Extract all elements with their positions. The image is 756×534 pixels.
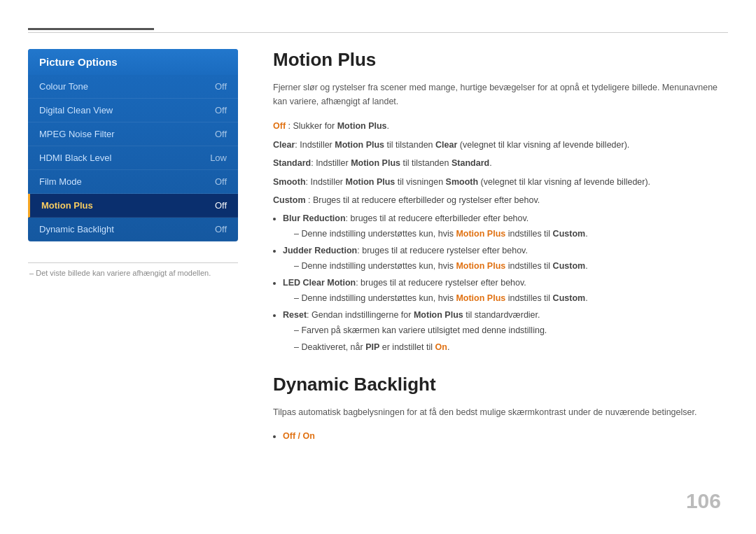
reset-sub-item2: Deaktiveret, når PIP er indstillet til O… xyxy=(294,340,721,354)
led-clear-motion-text: : bruges til at reducere rystelser efter… xyxy=(356,278,526,288)
sidebar-note: – Det viste billede kan variere afhængig… xyxy=(28,262,238,277)
bullet-blur-reduction: Blur Reduction: bruges til at reducere e… xyxy=(283,211,721,241)
motion-plus-intro: Fjerner slør og rystelser fra scener med… xyxy=(273,80,721,108)
led-custom: Custom xyxy=(553,293,586,303)
sidebar-item-colour-tone-label: Colour Tone xyxy=(39,81,88,92)
clear-end: (velegnet til klar visning af levende bi… xyxy=(457,140,629,150)
blur-reduction-sub-item: Denne indstilling understøttes kun, hvis… xyxy=(294,227,721,241)
sidebar: Picture Options Colour Tone Off Digital … xyxy=(28,49,238,277)
reset-pip: PIP xyxy=(365,342,379,352)
custom-label: Custom xyxy=(273,195,306,205)
blur-motion-plus: Motion Plus xyxy=(456,229,505,239)
reset-motion-plus: Motion Plus xyxy=(414,310,463,320)
led-motion-plus: Motion Plus xyxy=(456,293,505,303)
off-text: : Slukker for xyxy=(286,121,337,131)
clear-text2: til tilstanden xyxy=(384,140,435,150)
smooth-bold1: Motion Plus xyxy=(346,177,396,187)
sidebar-item-dynamic-backlight[interactable]: Dynamic Backlight Off xyxy=(28,218,238,241)
blur-custom: Custom xyxy=(553,229,586,239)
dynamic-backlight-intro: Tilpas automatisk bagbelysningen for at … xyxy=(273,405,721,419)
reset-on: On xyxy=(435,342,447,352)
judder-motion-plus: Motion Plus xyxy=(456,261,505,271)
clear-bold2: Clear xyxy=(435,140,457,150)
standard-bold1: Motion Plus xyxy=(351,158,400,168)
sidebar-item-digital-clean-view-label: Digital Clean View xyxy=(39,105,113,115)
off-end: . xyxy=(387,121,389,131)
blur-reduction-sub: Denne indstilling understøttes kun, hvis… xyxy=(294,227,721,241)
motion-plus-smooth-line: Smooth: Indstiller Motion Plus til visni… xyxy=(273,174,721,190)
sidebar-item-film-mode[interactable]: Film Mode Off xyxy=(28,170,238,194)
motion-plus-custom-line: Custom : Bruges til at reducere efterbil… xyxy=(273,192,721,209)
sidebar-item-mpeg-noise-filter-label: MPEG Noise Filter xyxy=(39,129,115,139)
sidebar-header: Picture Options xyxy=(28,49,238,75)
bullet-reset: Reset: Gendan indstillingerne for Motion… xyxy=(283,308,721,354)
standard-bold2: Standard xyxy=(451,158,489,168)
smooth-bold2: Smooth xyxy=(446,177,479,187)
motion-plus-section: Motion Plus Fjerner slør og rystelser fr… xyxy=(273,49,721,354)
dynamic-backlight-section: Dynamic Backlight Tilpas automatisk bagb… xyxy=(273,374,721,443)
top-line-light xyxy=(28,32,728,33)
off-label: Off xyxy=(273,121,286,131)
sidebar-item-hdmi-black-level-value: Low xyxy=(210,153,227,163)
blur-reduction-text: : bruges til at reducere efterbilleder e… xyxy=(346,213,529,223)
sidebar-item-dynamic-backlight-value: Off xyxy=(215,224,227,234)
motion-plus-title: Motion Plus xyxy=(273,49,721,71)
motion-plus-bullets: Blur Reduction: bruges til at reducere e… xyxy=(283,211,721,354)
dynamic-backlight-bullet-text: Off / On xyxy=(283,431,315,441)
smooth-end: (velegnet til klar visning af levende bi… xyxy=(478,177,650,187)
sidebar-item-digital-clean-view[interactable]: Digital Clean View Off xyxy=(28,99,238,122)
custom-text: : Bruges til at reducere efterbilleder o… xyxy=(306,195,540,205)
led-clear-motion-sub: Denne indstilling understøttes kun, hvis… xyxy=(294,291,721,305)
dynamic-backlight-bullets: Off / On xyxy=(283,429,721,443)
sidebar-note-text: – Det viste billede kan variere afhængig… xyxy=(29,269,211,277)
sidebar-item-motion-plus-value: Off xyxy=(215,200,227,211)
motion-plus-clear-line: Clear: Indstiller Motion Plus til tilsta… xyxy=(273,137,721,153)
smooth-text2: til visningen xyxy=(395,177,445,187)
sidebar-panel: Picture Options Colour Tone Off Digital … xyxy=(28,49,238,241)
clear-bold1: Motion Plus xyxy=(335,140,384,150)
main-content: Motion Plus Fjerner slør og rystelser fr… xyxy=(273,49,721,446)
off-bold: Motion Plus xyxy=(337,121,387,131)
sidebar-item-colour-tone[interactable]: Colour Tone Off xyxy=(28,75,238,99)
judder-reduction-sub-item: Denne indstilling understøttes kun, hvis… xyxy=(294,259,721,273)
standard-text: : Indstiller xyxy=(311,158,351,168)
standard-label: Standard xyxy=(273,158,311,168)
sidebar-item-film-mode-label: Film Mode xyxy=(39,176,82,187)
reset-label: Reset xyxy=(283,310,307,320)
reset-sub: Farven på skærmen kan variere utilsigtet… xyxy=(294,323,721,354)
sidebar-item-colour-tone-value: Off xyxy=(215,81,227,92)
reset-sub-item1: Farven på skærmen kan variere utilsigtet… xyxy=(294,323,721,337)
top-line-dark xyxy=(28,28,154,30)
sidebar-item-film-mode-value: Off xyxy=(215,176,227,187)
dynamic-backlight-title: Dynamic Backlight xyxy=(273,374,721,395)
judder-custom: Custom xyxy=(553,261,586,271)
led-clear-motion-label: LED Clear Motion xyxy=(283,278,356,288)
top-decoration xyxy=(0,28,756,29)
page-number: 106 xyxy=(686,489,721,513)
sidebar-item-dynamic-backlight-label: Dynamic Backlight xyxy=(39,224,114,234)
sidebar-item-motion-plus[interactable]: Motion Plus Off xyxy=(28,194,238,218)
judder-reduction-text: : bruges til at reducere rystelser efter… xyxy=(357,246,528,255)
dynamic-backlight-off-on: Off / On xyxy=(283,429,721,443)
sidebar-item-mpeg-noise-filter[interactable]: MPEG Noise Filter Off xyxy=(28,122,238,146)
bullet-led-clear-motion: LED Clear Motion: bruges til at reducere… xyxy=(283,276,721,305)
blur-reduction-label: Blur Reduction xyxy=(283,213,346,223)
motion-plus-off-line: Off : Slukker for Motion Plus. xyxy=(273,118,721,134)
standard-end: . xyxy=(489,158,491,168)
standard-text2: til tilstanden xyxy=(400,158,451,168)
motion-plus-standard-line: Standard: Indstiller Motion Plus til til… xyxy=(273,155,721,171)
judder-reduction-label: Judder Reduction xyxy=(283,246,357,255)
sidebar-item-hdmi-black-level[interactable]: HDMI Black Level Low xyxy=(28,146,238,170)
reset-text: : Gendan indstillingerne for Motion Plus… xyxy=(307,310,540,320)
smooth-label: Smooth xyxy=(273,177,306,187)
motion-plus-body: Off : Slukker for Motion Plus. Clear: In… xyxy=(273,118,721,354)
sidebar-item-digital-clean-view-value: Off xyxy=(215,105,227,115)
sidebar-item-hdmi-black-level-label: HDMI Black Level xyxy=(39,153,111,163)
sidebar-item-mpeg-noise-filter-value: Off xyxy=(215,129,227,139)
led-clear-motion-sub-item: Denne indstilling understøttes kun, hvis… xyxy=(294,291,721,305)
clear-label: Clear xyxy=(273,140,295,150)
sidebar-title: Picture Options xyxy=(39,56,118,68)
clear-text: : Indstiller xyxy=(295,140,335,150)
bullet-judder-reduction: Judder Reduction: bruges til at reducere… xyxy=(283,244,721,273)
sidebar-item-motion-plus-label: Motion Plus xyxy=(41,200,93,211)
